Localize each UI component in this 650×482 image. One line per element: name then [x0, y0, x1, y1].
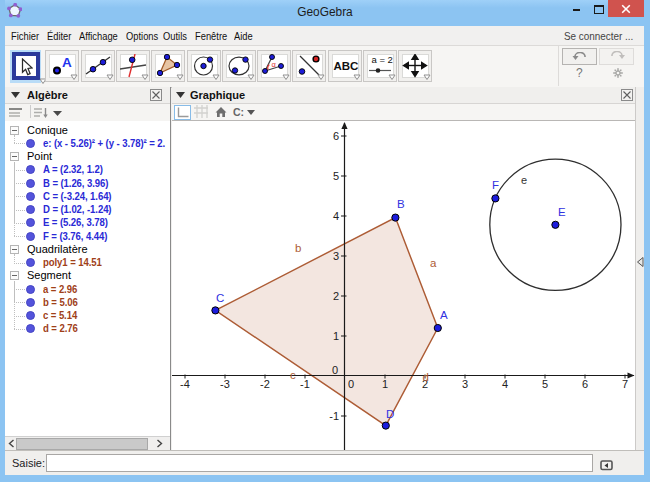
svg-text:A: A: [440, 309, 448, 321]
svg-text:E: E: [558, 206, 566, 218]
svg-text:ABC: ABC: [333, 60, 358, 72]
svg-text:1: 1: [333, 330, 339, 342]
svg-text:c: c: [290, 369, 296, 381]
svg-text:F: F: [492, 179, 499, 191]
svg-text:3: 3: [462, 378, 468, 390]
svg-text:-1: -1: [329, 410, 339, 422]
svg-text:5: 5: [333, 170, 339, 182]
svg-text:6: 6: [333, 130, 339, 142]
svg-text:-2: -2: [260, 378, 270, 390]
svg-text:D: D: [386, 408, 394, 420]
svg-text:5: 5: [542, 378, 548, 390]
svg-text:2: 2: [333, 290, 339, 302]
svg-text:-1: -1: [300, 378, 310, 390]
svg-text:6: 6: [582, 378, 588, 390]
svg-text:0: 0: [348, 378, 354, 390]
svg-text:4: 4: [502, 378, 508, 390]
svg-text:b: b: [295, 242, 301, 254]
svg-text:e: e: [521, 174, 527, 186]
svg-text:A: A: [62, 55, 72, 70]
svg-text:α: α: [272, 60, 277, 69]
svg-text:a: a: [430, 257, 437, 269]
svg-text:-4: -4: [180, 378, 190, 390]
svg-text:B: B: [397, 198, 405, 210]
svg-text:7: 7: [622, 378, 628, 390]
svg-text:-3: -3: [220, 378, 230, 390]
svg-text:0: 0: [332, 364, 338, 376]
svg-text:a = 2: a = 2: [372, 54, 393, 65]
svg-text:C: C: [216, 292, 224, 304]
svg-text:3: 3: [333, 250, 339, 262]
svg-text:d: d: [423, 371, 429, 383]
svg-text:1: 1: [382, 378, 388, 390]
svg-text:4: 4: [333, 210, 339, 222]
